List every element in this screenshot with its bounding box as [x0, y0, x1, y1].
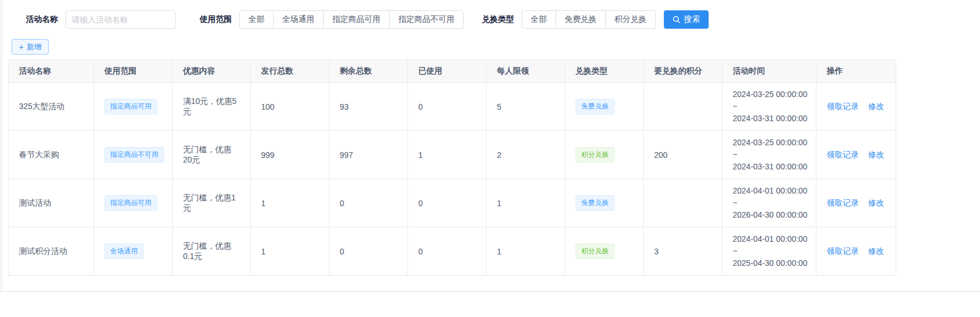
cell-actions: 领取记录 修改 [816, 227, 896, 276]
add-button[interactable]: + 新增 [11, 39, 49, 55]
cell-exchange-type: 积分兑换 [565, 131, 644, 179]
cell-total-issued: 100 [251, 83, 329, 131]
cell-per-person-limit: 2 [487, 131, 565, 179]
time-end: 2024-03-31 00:00:00 [733, 161, 806, 173]
cell-exchange-type: 免费兑换 [565, 179, 644, 227]
cell-exchange-type: 积分兑换 [565, 227, 644, 276]
cell-discount-content: 无门槛，优惠1元 [173, 179, 251, 227]
activity-name-label: 活动名称 [26, 14, 58, 25]
cell-usage-scope: 指定商品可用 [94, 179, 173, 227]
cell-actions: 领取记录 修改 [816, 83, 896, 131]
exchange-type-option-free[interactable]: 免费兑换 [555, 10, 606, 29]
cell-total-issued: 1 [251, 179, 329, 227]
coupon-activity-admin-page: 活动名称 使用范围 全部 全场通用 指定商品可用 指定商品不可用 兑换类型 全部… [0, 0, 980, 317]
table-row: 测试积分活动 全场通用 无门槛，优惠0.1元 1 0 0 1 积分兑换 3 20… [9, 227, 896, 276]
exchange-type-option-points[interactable]: 积分兑换 [605, 10, 656, 29]
exchange-type-tag: 积分兑换 [575, 243, 615, 258]
claim-records-link[interactable]: 领取记录 [827, 198, 859, 207]
cell-total-remaining: 0 [329, 179, 408, 227]
table-row: 325大型活动 指定商品可用 满10元，优惠5元 100 93 0 5 免费兑换… [9, 83, 896, 131]
cell-used: 1 [408, 131, 487, 179]
usage-scope-option-specified-unusable[interactable]: 指定商品不可用 [389, 10, 464, 29]
cell-activity-name: 测试积分活动 [9, 227, 94, 276]
exchange-type-tag: 免费兑换 [575, 99, 615, 114]
exchange-type-option-all[interactable]: 全部 [522, 10, 556, 29]
cell-points-required: 200 [644, 131, 722, 179]
cell-total-issued: 999 [251, 131, 329, 179]
usage-scope-filter: 使用范围 全部 全场通用 指定商品可用 指定商品不可用 [200, 10, 464, 29]
cell-per-person-limit: 5 [487, 83, 565, 131]
column-header-points-required: 要兑换的积分 [644, 60, 722, 83]
column-header-actions: 操作 [816, 60, 896, 83]
time-separator: ~ [733, 149, 806, 161]
column-header-exchange-type: 兑换类型 [565, 60, 644, 83]
usage-scope-tag: 指定商品可用 [104, 99, 157, 114]
cell-per-person-limit: 1 [487, 227, 565, 276]
usage-scope-label: 使用范围 [200, 14, 232, 25]
exchange-type-filter: 兑换类型 全部 免费兑换 积分兑换 [482, 10, 656, 29]
cell-activity-time: 2024-03-25 00:00:00 ~ 2024-03-31 00:00:0… [722, 83, 816, 131]
add-button-label: 新增 [26, 42, 41, 52]
time-end: 2024-03-31 00:00:00 [733, 113, 806, 125]
time-start: 2024-03-25 00:00:00 [733, 137, 806, 149]
cell-total-remaining: 997 [329, 131, 408, 179]
column-header-per-person-limit: 每人限领 [487, 60, 565, 83]
usage-scope-tag: 指定商品不可用 [104, 147, 164, 162]
column-header-usage-scope: 使用范围 [94, 60, 173, 83]
edit-link[interactable]: 修改 [868, 150, 884, 159]
table-row: 测试活动 指定商品可用 无门槛，优惠1元 1 0 0 1 免费兑换 2024-0… [9, 179, 896, 227]
column-header-total-remaining: 剩余总数 [329, 60, 408, 83]
cell-activity-name: 春节大采购 [9, 131, 94, 179]
table-header-row: 活动名称 使用范围 优惠内容 发行总数 剩余总数 已使用 每人限领 兑换类型 要… [9, 60, 896, 83]
claim-records-link[interactable]: 领取记录 [827, 246, 859, 256]
time-end: 2026-04-30 00:00:00 [733, 209, 806, 221]
claim-records-link[interactable]: 领取记录 [827, 102, 859, 111]
search-button[interactable]: 搜索 [664, 10, 709, 29]
time-end: 2025-04-30 00:00:00 [733, 257, 806, 269]
exchange-type-label: 兑换类型 [482, 14, 514, 25]
column-header-discount-content: 优惠内容 [173, 60, 251, 83]
cell-used: 0 [408, 227, 487, 276]
cell-points-required [644, 179, 722, 227]
cell-exchange-type: 免费兑换 [565, 83, 644, 131]
cell-total-remaining: 93 [329, 83, 408, 131]
edit-link[interactable]: 修改 [868, 198, 884, 207]
cell-activity-name: 325大型活动 [9, 83, 94, 131]
column-header-activity-name: 活动名称 [9, 60, 94, 83]
column-header-activity-time: 活动时间 [722, 60, 816, 83]
filter-bar: 活动名称 使用范围 全部 全场通用 指定商品可用 指定商品不可用 兑换类型 全部… [0, 0, 980, 29]
cell-discount-content: 无门槛，优惠0.1元 [173, 227, 251, 276]
activity-name-input[interactable] [65, 10, 176, 29]
cell-actions: 领取记录 修改 [816, 179, 896, 227]
usage-scope-tag: 指定商品可用 [104, 195, 157, 210]
activity-table: 活动名称 使用范围 优惠内容 发行总数 剩余总数 已使用 每人限领 兑换类型 要… [8, 59, 896, 276]
usage-scope-option-universal[interactable]: 全场通用 [273, 10, 324, 29]
edit-link[interactable]: 修改 [868, 102, 884, 111]
search-icon [672, 16, 680, 24]
time-separator: ~ [733, 100, 806, 113]
cell-activity-time: 2024-03-25 00:00:00 ~ 2024-03-31 00:00:0… [722, 131, 816, 179]
bottom-divider [0, 291, 980, 292]
cell-discount-content: 无门槛，优惠20元 [173, 131, 251, 179]
claim-records-link[interactable]: 领取记录 [827, 150, 859, 159]
table-row: 春节大采购 指定商品不可用 无门槛，优惠20元 999 997 1 2 积分兑换… [9, 131, 896, 179]
page-left-edge [0, 0, 3, 292]
cell-used: 0 [408, 83, 487, 131]
time-start: 2024-04-01 00:00:00 [733, 185, 806, 197]
usage-scope-tag: 全场通用 [104, 243, 143, 258]
cell-activity-time: 2024-04-01 00:00:00 ~ 2025-04-30 00:00:0… [722, 227, 816, 276]
usage-scope-option-all[interactable]: 全部 [239, 10, 274, 29]
time-start: 2024-04-01 00:00:00 [733, 233, 806, 245]
cell-total-issued: 1 [251, 227, 329, 276]
activity-name-filter: 活动名称 [26, 10, 176, 29]
edit-link[interactable]: 修改 [868, 246, 884, 256]
usage-scope-option-specified-usable[interactable]: 指定商品可用 [323, 10, 390, 29]
column-header-used: 已使用 [408, 60, 487, 83]
cell-usage-scope: 指定商品可用 [94, 83, 173, 131]
exchange-type-tag: 免费兑换 [575, 195, 615, 210]
cell-usage-scope: 全场通用 [94, 227, 173, 276]
plus-icon: + [19, 43, 24, 51]
exchange-type-tag: 积分兑换 [575, 147, 615, 162]
exchange-type-group: 全部 免费兑换 积分兑换 [522, 10, 656, 29]
cell-usage-scope: 指定商品不可用 [94, 131, 173, 179]
